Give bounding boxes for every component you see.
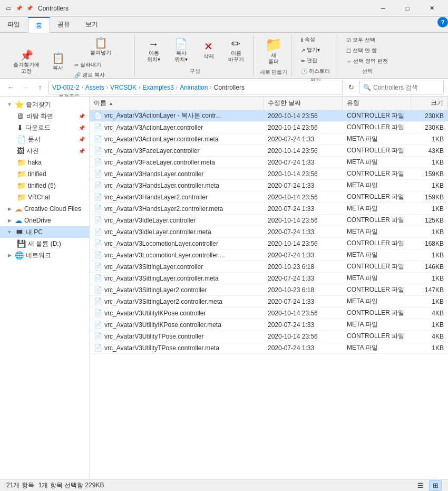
new-folder-button[interactable]: 📁 새폴더 xyxy=(260,35,287,68)
search-box[interactable]: 🔍 xyxy=(359,81,444,94)
sidebar-item-documents[interactable]: 📄 문서 📌 xyxy=(0,133,89,145)
file-row[interactable]: 📄 vrc_AvatarV3SittingLayer2.controller.m… xyxy=(90,296,448,307)
file-icon: 📄 xyxy=(94,228,102,236)
sidebar-item-onedrive[interactable]: ▶ ☁ OneDrive xyxy=(0,215,89,226)
file-row[interactable]: 📄 vrc_AvatarV3SittingLayer.controller 20… xyxy=(90,261,448,273)
close-button[interactable]: ✕ xyxy=(420,0,444,17)
sidebar-item-tinified5[interactable]: 📁 tinified (5) xyxy=(0,180,89,191)
file-row[interactable]: 📄 vrc_AvatarV3ActionLayer.controller 202… xyxy=(90,122,448,133)
select-none-button[interactable]: ☐ 선택 안 함 xyxy=(344,46,391,55)
list-view-button[interactable]: ⊞ xyxy=(429,480,442,491)
breadcrumb-item-1[interactable]: VD-002-2 xyxy=(52,84,79,91)
file-icon: 📄 xyxy=(94,158,102,166)
details-view-button[interactable]: ☰ xyxy=(414,480,427,491)
select-none-label: 선택 안 함 xyxy=(353,47,377,54)
file-name-cell: 📄 vrc_AvatarV3IdleLayer.controller.meta xyxy=(90,226,264,237)
col-header-size[interactable]: 크기 xyxy=(411,97,448,110)
file-row[interactable]: 📄 vrc_AvatarV3UtilityIKPose.controller 2… xyxy=(90,307,448,319)
paste-icon: 📋 xyxy=(94,37,108,48)
open-button[interactable]: ↗ 열기▾ xyxy=(298,45,333,55)
sidebar-item-downloads[interactable]: ⬇ 다운로드 📌 xyxy=(0,122,89,133)
file-row[interactable]: 📄 vrc_AvatarV3HandsLayer.controller.meta… xyxy=(90,180,448,191)
sidebar-item-creative-cloud[interactable]: ▶ ☁ Creative Cloud Files xyxy=(0,203,89,215)
move-button[interactable]: → 이동위치▾ xyxy=(141,36,167,65)
col-header-type[interactable]: 유형 xyxy=(343,97,411,110)
favorites-label: 즐겨찾기 xyxy=(26,100,51,109)
file-row[interactable]: 📄 vrc_AvatarV3IdleLayer.controller.meta … xyxy=(90,226,448,238)
file-date-cell: 2020-10-23 6:18 xyxy=(264,284,343,295)
help-button[interactable]: ? xyxy=(437,17,448,27)
pin-button[interactable]: 📌 즐겨찾기에고정 xyxy=(8,47,44,77)
cut-icon: ✂ xyxy=(74,62,79,68)
file-row[interactable]: 📄 vrc_AvatarV3LocomotionLayer.controller… xyxy=(90,238,448,249)
titlebar-controls: ─ □ ✕ xyxy=(371,0,444,17)
breadcrumb-item-5[interactable]: Animation xyxy=(180,84,208,91)
sidebar-item-my-pc[interactable]: ▼ 💻 내 PC xyxy=(0,226,89,238)
file-name: vrc_AvatarV3LocomotionLayer.controller xyxy=(104,240,218,247)
col-header-name[interactable]: 이름 ▲ xyxy=(90,97,264,110)
select-all-button[interactable]: ☑ 모두 선택 xyxy=(344,35,391,45)
col-header-date[interactable]: 수정한 날짜 xyxy=(264,97,343,110)
file-name-cell: 📄 vrc_AvatarV3HandsLayer.controller.meta xyxy=(90,180,264,191)
sidebar-item-network[interactable]: ▶ 🌐 네트워크 xyxy=(0,249,89,261)
sidebar-item-vrchat[interactable]: 📁 VRChat xyxy=(0,191,89,203)
copy-to-button[interactable]: 📄 복사위치▾ xyxy=(169,36,194,65)
new-folder-label: 새폴더 xyxy=(268,52,279,65)
onedrive-icon: ☁ xyxy=(15,216,22,225)
minimize-button[interactable]: ─ xyxy=(371,0,395,17)
sidebar-item-haka[interactable]: 📁 haka xyxy=(0,157,89,168)
file-icon: 📄 xyxy=(94,274,102,282)
breadcrumb-item-3[interactable]: VRCSDK xyxy=(110,84,137,91)
file-size-cell: 230KB xyxy=(411,122,448,133)
rename-button[interactable]: ✏ 이름바꾸기 xyxy=(223,36,249,65)
edit-label: 편집 xyxy=(307,57,317,64)
breadcrumb[interactable]: VD-002-2 › Assets › VRCSDK › Examples3 ›… xyxy=(48,81,343,94)
invert-selection-button[interactable]: ↔ 선택 영역 반전 xyxy=(344,56,391,66)
file-row[interactable]: 📄 vrc_AvatarV3UtilityTPose.controller 20… xyxy=(90,331,448,342)
file-row[interactable]: 📄 vrc_AvatarV3ActionLayer - 복사본.contr...… xyxy=(90,110,448,122)
file-type-cell: CONTROLLER 파일 xyxy=(343,307,411,319)
file-type-cell: META 파일 xyxy=(343,342,411,353)
file-type-cell: CONTROLLER 파일 xyxy=(343,145,411,156)
search-input[interactable] xyxy=(373,84,440,91)
file-row[interactable]: 📄 vrc_AvatarV3HandsLayer2.controller 202… xyxy=(90,191,448,203)
path-copy-button[interactable]: 🔗 경로 복사 xyxy=(72,70,130,80)
properties-button[interactable]: ℹ 속성 xyxy=(298,35,333,44)
file-row[interactable]: 📄 vrc_AvatarV3SittingLayer.controller.me… xyxy=(90,273,448,284)
network-label: 네트워크 xyxy=(26,251,51,260)
up-button[interactable]: ↑ xyxy=(34,81,46,94)
file-date-cell: 2020-07-24 1:33 xyxy=(264,296,343,307)
file-row[interactable]: 📄 vrc_AvatarV3FaceLayer.controller.meta … xyxy=(90,157,448,168)
copy-button[interactable]: 📋 복사 xyxy=(45,50,71,74)
sidebar-item-new-drive[interactable]: 💾 새 볼륨 (D:) xyxy=(0,238,89,249)
tab-file[interactable]: 파일 xyxy=(0,17,28,32)
history-button[interactable]: 🕐 히스토리 xyxy=(298,66,333,76)
file-row[interactable]: 📄 vrc_AvatarV3FaceLayer.controller 2020-… xyxy=(90,145,448,157)
sidebar-item-tinified[interactable]: 📁 tinified xyxy=(0,168,89,180)
breadcrumb-item-4[interactable]: Examples3 xyxy=(142,84,173,91)
back-button[interactable]: ← xyxy=(4,81,17,94)
refresh-button[interactable]: ↻ xyxy=(345,81,357,94)
paste-button[interactable]: 📋 붙여넣기 xyxy=(72,35,130,59)
tab-home[interactable]: 홈 xyxy=(28,17,50,33)
cut-button[interactable]: ✂ 잘라내기 xyxy=(72,60,130,70)
file-row[interactable]: 📄 vrc_AvatarV3ActionLayer.controller.met… xyxy=(90,133,448,145)
file-row[interactable]: 📄 vrc_AvatarV3IdleLayer.controller 2020-… xyxy=(90,215,448,226)
file-row[interactable]: 📄 vrc_AvatarV3UtilityTPose.controller.me… xyxy=(90,342,448,354)
file-row[interactable]: 📄 vrc_AvatarV3HandsLayer2.controller.met… xyxy=(90,203,448,215)
file-row[interactable]: 📄 vrc_AvatarV3SittingLayer2.controller 2… xyxy=(90,284,448,296)
file-row[interactable]: 📄 vrc_AvatarV3LocomotionLayer.controller… xyxy=(90,249,448,261)
edit-button[interactable]: ✏ 편집 xyxy=(298,56,333,65)
sidebar-item-desktop[interactable]: 🖥 바탕 화면 📌 xyxy=(0,110,89,122)
file-row[interactable]: 📄 vrc_AvatarV3UtilityIKPose.controller.m… xyxy=(90,319,448,331)
file-row[interactable]: 📄 vrc_AvatarV3HandsLayer.controller 2020… xyxy=(90,168,448,180)
sidebar-item-pictures[interactable]: 🖼 사진 📌 xyxy=(0,145,89,157)
tab-view[interactable]: 보기 xyxy=(78,17,106,32)
tab-share[interactable]: 공유 xyxy=(50,17,78,32)
sidebar-item-favorites[interactable]: ▼ ⭐ 즐겨찾기 xyxy=(0,99,89,110)
breadcrumb-item-2[interactable]: Assets xyxy=(85,84,104,91)
delete-button[interactable]: ✕ 삭제 xyxy=(196,38,221,63)
invert-icon: ↔ xyxy=(346,59,352,64)
maximize-button[interactable]: □ xyxy=(395,0,420,17)
file-name-cell: 📄 vrc_AvatarV3SittingLayer2.controller xyxy=(90,284,264,295)
